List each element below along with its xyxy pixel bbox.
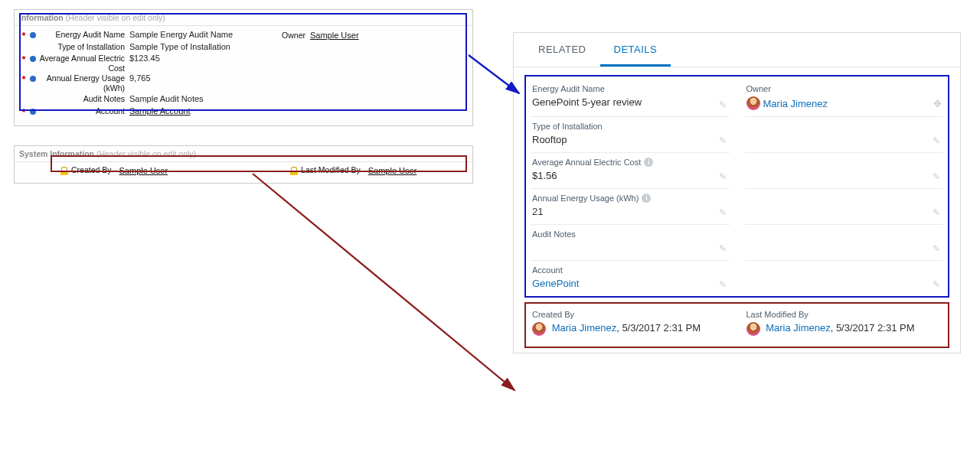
- information-title: Information: [19, 13, 64, 22]
- row-energy-audit-name[interactable]: * Energy Audit Name Sample Energy Audit …: [19, 29, 468, 41]
- field-label: Average Annual Electric Cost: [39, 54, 129, 73]
- edit-pencil-icon[interactable]: ✎: [719, 135, 727, 146]
- tab-details[interactable]: DETAILS: [600, 33, 671, 67]
- field-dot-icon: [30, 76, 36, 82]
- field-label: Account: [39, 106, 129, 116]
- detail-account[interactable]: Account GenePoint ✎: [531, 261, 730, 296]
- edit-pencil-icon[interactable]: ✎: [719, 243, 727, 254]
- tab-related[interactable]: RELATED: [524, 33, 600, 67]
- help-info-icon[interactable]: i: [644, 158, 653, 167]
- detail-label-text: Average Annual Electric Cost: [532, 158, 641, 167]
- arrow-blue: [469, 55, 519, 93]
- detail-value: Rooftop: [532, 134, 728, 146]
- detail-audit-notes[interactable]: Audit Notes ✎: [531, 225, 730, 261]
- field-value: Sample Energy Audit Name: [129, 30, 233, 39]
- field-dot-icon: [30, 109, 36, 115]
- avatar-icon: [532, 322, 546, 336]
- detail-label: Energy Audit Name: [532, 84, 728, 93]
- detail-empty-right-3: ✎: [745, 189, 944, 225]
- field-label: Audit Notes: [39, 94, 129, 104]
- lock-icon: [60, 167, 68, 175]
- modified-by-user-link[interactable]: Maria Jimenez: [766, 322, 831, 334]
- detail-label: Average Annual Electric Cost i: [532, 158, 728, 167]
- created-by-user-link[interactable]: Maria Jimenez: [552, 322, 617, 334]
- detail-label: Audit Notes: [532, 230, 728, 239]
- lock-icon: [290, 167, 298, 175]
- created-by-link[interactable]: Sample User: [119, 166, 168, 175]
- system-body: Created By Sample User Last Modified By …: [15, 162, 472, 183]
- detail-label: Owner: [746, 84, 942, 93]
- detail-label-text: Annual Energy Usage (kWh): [532, 194, 639, 203]
- system-section-title: System Information (Header visible on ed…: [15, 146, 472, 162]
- detail-empty-right-4: ✎: [745, 225, 944, 261]
- row-avg-cost[interactable]: * Average Annual Electric Cost $123.45: [19, 54, 468, 73]
- edit-pencil-icon[interactable]: ✎: [933, 207, 940, 218]
- field-label: Energy Audit Name: [39, 30, 129, 40]
- required-marker: *: [19, 54, 28, 65]
- field-value: $123.45: [129, 54, 160, 63]
- classic-information-panel: Information (Header visible on edit only…: [14, 9, 473, 126]
- edit-pencil-icon[interactable]: ✎: [933, 279, 940, 290]
- row-usage[interactable]: * Annual Energy Usage (kWh) 9,765: [19, 73, 468, 93]
- owner-link[interactable]: Sample User: [310, 31, 359, 40]
- required-marker: *: [19, 73, 28, 85]
- modified-by-cell[interactable]: Last Modified By Sample User: [290, 165, 416, 175]
- edit-pencil-icon[interactable]: ✎: [933, 243, 940, 254]
- row-type-of-installation[interactable]: Type of Installation Sample Type of Inst…: [19, 41, 468, 54]
- canvas: Information (Header visible on edit only…: [0, 0, 980, 459]
- avatar-icon: [746, 322, 760, 336]
- classic-system-panel: System Information (Header visible on ed…: [14, 145, 473, 184]
- detail-type-install[interactable]: Type of Installation Rooftop ✎: [531, 117, 730, 153]
- detail-label: Type of Installation: [532, 122, 728, 131]
- field-dot-icon: [30, 56, 36, 62]
- sys-modified-by[interactable]: Last Modified By Maria Jimenez, 5/3/2017…: [745, 305, 944, 342]
- field-value: Sample Audit Notes: [129, 94, 204, 103]
- sys-created-by[interactable]: Created By Maria Jimenez, 5/3/2017 2:31 …: [531, 305, 730, 342]
- system-title: System Information: [19, 149, 94, 158]
- field-label: Annual Energy Usage (kWh): [39, 73, 129, 93]
- account-link[interactable]: GenePoint: [532, 278, 579, 289]
- system-subtitle: (Header visible on edit only): [96, 149, 196, 158]
- detail-avg-cost[interactable]: Average Annual Electric Cost i $1.56 ✎: [531, 153, 730, 189]
- detail-value: 21: [532, 206, 728, 218]
- modified-by-ts: 5/3/2017 2:31 PM: [836, 322, 915, 334]
- field-dot-icon: [30, 96, 36, 103]
- owner-user-link[interactable]: Maria Jimenez: [763, 98, 828, 109]
- edit-pencil-icon[interactable]: ✎: [719, 279, 727, 290]
- field-label: Type of Installation: [39, 42, 129, 52]
- detail-usage[interactable]: Annual Energy Usage (kWh) i 21 ✎: [531, 189, 730, 225]
- detail-label: Account: [532, 265, 728, 275]
- field-dot-icon: [30, 32, 36, 38]
- system-grid: Created By Maria Jimenez, 5/3/2017 2:31 …: [524, 302, 949, 348]
- detail-value: $1.56: [532, 170, 728, 182]
- edit-pencil-icon[interactable]: ✎: [719, 99, 727, 110]
- avatar-icon: [746, 96, 760, 110]
- edit-pencil-icon[interactable]: ✎: [933, 171, 940, 182]
- help-info-icon[interactable]: i: [642, 194, 651, 203]
- modified-by-link[interactable]: Sample User: [368, 166, 417, 175]
- field-dot-icon: [30, 44, 36, 50]
- information-section-title: Information (Header visible on edit only…: [15, 10, 472, 26]
- separator: ,: [831, 322, 836, 334]
- account-link[interactable]: Sample Account: [129, 106, 191, 116]
- information-subtitle: (Header visible on edit only): [66, 13, 165, 22]
- edit-pencil-icon[interactable]: ✎: [933, 135, 940, 146]
- detail-value: GenePoint 5-year review: [532, 96, 728, 109]
- owner-label: Owner: [272, 31, 310, 41]
- edit-pencil-icon[interactable]: ✎: [719, 171, 727, 182]
- detail-energy-audit-name[interactable]: Energy Audit Name GenePoint 5-year revie…: [531, 80, 730, 117]
- required-marker: *: [19, 106, 28, 118]
- row-audit-notes[interactable]: Audit Notes Sample Audit Notes: [19, 93, 468, 106]
- detail-grid: Energy Audit Name GenePoint 5-year revie…: [524, 75, 949, 298]
- created-by-ts: 5/3/2017 2:31 PM: [622, 322, 701, 334]
- required-marker: [19, 42, 28, 54]
- required-marker: *: [19, 30, 28, 41]
- detail-empty-right-5: ✎: [745, 261, 944, 296]
- detail-owner[interactable]: Owner Maria Jimenez ✥: [745, 80, 944, 117]
- arrow-red: [253, 174, 514, 390]
- edit-pencil-icon[interactable]: ✎: [719, 207, 727, 218]
- created-by-cell[interactable]: Created By Sample User: [60, 165, 168, 175]
- detail-label: Created By: [532, 310, 728, 319]
- change-owner-icon[interactable]: ✥: [933, 98, 942, 109]
- row-account[interactable]: * Account Sample Account: [19, 106, 468, 118]
